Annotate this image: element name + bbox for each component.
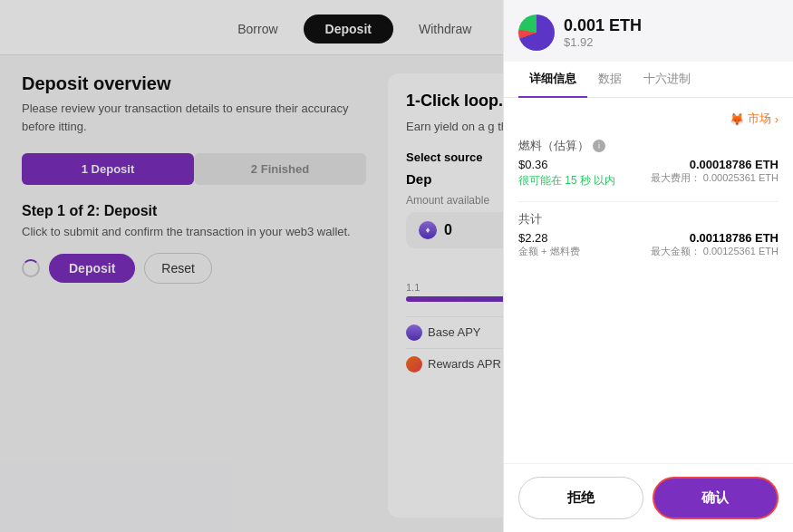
transaction-popup: 0.001 ETH $1.92 详细信息 数据 十六进制 🦊 市场 › 燃料（估… [503,0,793,532]
gas-right: 0.00018786 ETH 最大费用： 0.00025361 ETH [651,158,778,185]
popup-eth-amount: 0.001 ETH [564,16,642,35]
total-title-row: 共计 [518,211,778,227]
gas-values: $0.36 很可能在 15 秒 以内 0.00018786 ETH 最大费用： … [518,158,778,189]
gas-left: $0.36 很可能在 15 秒 以内 [518,158,615,189]
popup-body: 🦊 市场 › 燃料（估算） i $0.36 很可能在 15 秒 以内 0.000… [504,98,793,463]
popup-tab-data[interactable]: 数据 [587,62,633,98]
popup-tab-details[interactable]: 详细信息 [518,62,587,98]
market-label: 市场 [748,111,771,127]
divider [518,201,778,202]
gas-info-icon[interactable]: i [593,140,605,152]
total-title: 共计 [518,211,542,227]
gas-eth-main: 0.00018786 ETH [651,158,778,171]
eth-circle-icon [518,15,555,51]
popup-tab-hex[interactable]: 十六进制 [633,62,701,98]
gas-section: 燃料（估算） i $0.36 很可能在 15 秒 以内 0.00018786 E… [518,138,778,189]
popup-header: 0.001 ETH $1.92 [504,0,793,62]
reject-button[interactable]: 拒绝 [518,477,643,519]
total-eth-max: 最大金额： 0.00125361 ETH [651,245,778,258]
market-row[interactable]: 🦊 市场 › [518,111,778,127]
fox-icon: 🦊 [730,112,744,126]
gas-title-row: 燃料（估算） i [518,138,778,154]
gas-title: 燃料（估算） [518,138,589,154]
main-page: Borrow Deposit Withdraw Repay Deposit ov… [0,0,793,532]
popup-tabs: 详细信息 数据 十六进制 [504,62,793,98]
confirm-button[interactable]: 确认 [653,477,779,519]
gas-usd: $0.36 [518,158,615,171]
total-sub-label: 金额 + 燃料费 [518,245,580,258]
gas-estimate: 很可能在 15 秒 以内 [518,173,615,189]
market-arrow: › [775,112,778,126]
popup-eth-usd: $1.92 [564,35,642,49]
gas-eth-max: 最大费用： 0.00025361 ETH [651,171,778,185]
total-right: 0.00118786 ETH 最大金额： 0.00125361 ETH [651,231,778,258]
total-values: $2.28 金额 + 燃料费 0.00118786 ETH 最大金额： 0.00… [518,231,778,258]
total-left: $2.28 金额 + 燃料费 [518,231,580,258]
popup-footer: 拒绝 确认 [504,463,793,532]
popup-eth-info: 0.001 ETH $1.92 [564,16,642,49]
total-usd: $2.28 [518,231,580,245]
total-section: 共计 $2.28 金额 + 燃料费 0.00118786 ETH 最大金额： 0… [518,211,778,258]
total-eth-main: 0.00118786 ETH [651,231,778,245]
